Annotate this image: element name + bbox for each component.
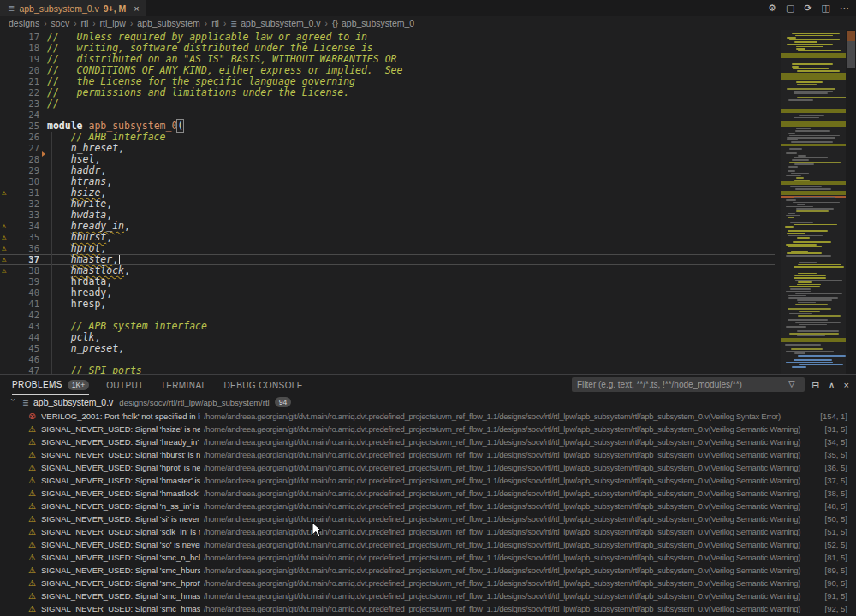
editor-scrollbar[interactable] — [846, 30, 856, 374]
more-actions-icon[interactable]: ⋯ — [840, 3, 849, 14]
line-number: 29 — [14, 165, 39, 176]
filter-funnel-icon[interactable]: ▽ — [788, 379, 795, 388]
line-number: 17 — [14, 32, 39, 43]
minimap-mark — [793, 68, 829, 70]
line-number: 40 — [14, 287, 39, 299]
problem-row[interactable]: ⚠SIGNAL_NEVER_USED: Signal 'hburst' is n… — [0, 448, 856, 461]
problem-row[interactable]: ⚠SIGNAL_NEVER_USED: Signal 'hready_in' i… — [0, 435, 856, 448]
minimap-mark — [788, 246, 822, 248]
code-line[interactable]: 41 hresp, — [0, 299, 775, 310]
breadcrumb-item[interactable]: designs — [9, 18, 39, 28]
minimap-highlight-band — [781, 191, 846, 195]
problem-row[interactable]: ⚠SIGNAL_NEVER_USED: Signal 'hprot' is ne… — [0, 461, 856, 474]
minimap-mark — [788, 213, 795, 215]
problem-row[interactable]: ⚠SIGNAL_NEVER_USED: Signal 'hmastlock' i… — [0, 487, 856, 500]
problem-row[interactable]: ⚠SIGNAL_NEVER_USED: Signal 'smc_n_hclk'.… — [0, 551, 856, 564]
code-editor[interactable]: 17// Unless required by applicable law o… — [0, 30, 856, 374]
close-panel-icon[interactable]: × — [844, 380, 849, 390]
code-line[interactable]: 27 n_hreset, — [0, 143, 775, 154]
minimap-mark — [788, 297, 838, 299]
breadcrumb-separator: › — [130, 19, 133, 28]
problem-row[interactable]: ⚠SIGNAL_NEVER_USED: Signal 'smc_hmastl..… — [0, 602, 856, 615]
breadcrumb-item[interactable]: rtl — [211, 18, 219, 28]
minimap-mark — [794, 197, 835, 198]
warning-icon: ⚠ — [0, 187, 14, 198]
problem-row[interactable]: ⚠SIGNAL_NEVER_USED: Signal 'smc_hburst'.… — [0, 564, 856, 577]
tab-filename: apb_subsystem_0.v — [19, 3, 98, 14]
breadcrumb-item[interactable]: ≣apb_subsystem_0.v — [230, 18, 320, 28]
breadcrumb-item[interactable]: rtl — [80, 18, 88, 28]
code-token: hresp, — [47, 298, 106, 310]
code-line[interactable]: 30 htrans, — [0, 176, 775, 187]
minimap-mark — [786, 255, 831, 257]
close-tab-icon[interactable]: × — [134, 3, 139, 14]
code-line[interactable]: 29 haddr, — [0, 165, 775, 176]
code-line[interactable]: ⚠31 hsize, — [0, 187, 775, 198]
minimap-mark — [794, 275, 826, 276]
minimap-mark — [797, 335, 824, 337]
problems-file-group[interactable]: › ≣ apb_subsystem_0.v designs/socv/rtl/r… — [0, 395, 856, 409]
problem-row[interactable]: ⚠SIGNAL_NEVER_USED: Signal 'smc_hprot' i… — [0, 577, 856, 589]
breadcrumb-item[interactable]: rtl_lpw — [100, 18, 126, 28]
tab-modified-badge: 9+, M — [104, 3, 127, 14]
problem-file-path: /home/andreea.georgian/git/dvt.main/ro.a… — [204, 501, 822, 511]
minimap-mark — [791, 141, 833, 143]
code-line[interactable]: 45 n_preset, — [0, 343, 775, 354]
breadcrumb-item[interactable]: {}apb_subsystem_0 — [332, 18, 414, 28]
minimap-mark — [786, 291, 811, 293]
layout-icon[interactable]: ▢ — [786, 3, 794, 14]
code-token: , — [106, 209, 112, 221]
chevron-up-icon[interactable]: ∧ — [829, 380, 835, 391]
breadcrumb-separator: › — [325, 19, 328, 28]
panel-tab-debug-console[interactable]: DEBUG CONSOLE — [223, 376, 302, 395]
code-line[interactable]: 28 hsel, — [0, 154, 775, 165]
minimap[interactable] — [781, 30, 846, 374]
code-line[interactable]: 40 hready, — [0, 287, 775, 299]
code-line[interactable]: 32 hwrite, — [0, 198, 775, 210]
problem-row[interactable]: ⚠SIGNAL_NEVER_USED: Signal 'n_ss_in' is … — [0, 500, 856, 512]
minimap-mark — [794, 157, 828, 159]
editor-tab[interactable]: ≣ apb_subsystem_0.v 9+, M × — [0, 0, 146, 16]
code-line[interactable]: 23//------------------------------------… — [0, 98, 775, 110]
panel-tab-problems[interactable]: PROBLEMS1K+ — [12, 376, 89, 395]
breadcrumb-item[interactable]: socv — [51, 18, 70, 28]
code-line[interactable]: 43 // APB system interface — [0, 321, 775, 332]
problem-location: [81, 5] — [825, 553, 847, 562]
code-line[interactable]: 47 // SPI ports — [0, 365, 775, 374]
minimap-mark — [794, 180, 810, 181]
minimap-mark — [795, 293, 842, 294]
collapse-all-icon[interactable]: ⊟ — [811, 380, 819, 391]
problem-row[interactable]: ⚠SIGNAL_NEVER_USED: Signal 'hmaster' is … — [0, 474, 856, 487]
vscode-window: ≣ apb_subsystem_0.v 9+, M × ⚙▢⟳◫⋯ design… — [0, 0, 856, 616]
breadcrumb-item[interactable]: apb_subsystem — [137, 18, 200, 28]
minimap-mark — [790, 288, 811, 290]
settings-gear-icon[interactable]: ⚙ — [768, 3, 776, 14]
warning-icon: ⚠ — [28, 435, 41, 448]
code-line[interactable]: ⚠38 hmastlock, — [0, 265, 775, 276]
problem-row[interactable]: ⊗VERILOG_2001: Port 'hclk' not specified… — [0, 410, 856, 423]
line-number: 23 — [14, 98, 39, 110]
file-icon: ≣ — [230, 19, 237, 28]
minimap-mark — [794, 359, 833, 361]
split-editor-icon[interactable]: ◫ — [822, 3, 830, 14]
error-icon: ⊗ — [28, 410, 41, 423]
minimap-mark — [786, 152, 797, 154]
problem-location: [92, 5] — [825, 604, 847, 613]
panel-tab-terminal[interactable]: TERMINAL — [161, 376, 207, 395]
chevron-down-icon[interactable]: › — [9, 398, 18, 406]
problem-location: [52, 5] — [825, 540, 847, 549]
problem-row[interactable]: ⚠SIGNAL_NEVER_USED: Signal 'hsize' is ne… — [0, 423, 856, 435]
problem-row[interactable]: ⚠SIGNAL_NEVER_USED: Signal 'sclk_in' is … — [0, 525, 856, 538]
code-line[interactable]: ⚠34 hready_in, — [0, 221, 775, 232]
problem-row[interactable]: ⚠SIGNAL_NEVER_USED: Signal 'si' is never… — [0, 512, 856, 525]
problem-row[interactable]: ⚠SIGNAL_NEVER_USED: Signal 'smc_hmast...… — [0, 589, 856, 602]
bottom-panel: PROBLEMS1K+OUTPUTTERMINALDEBUG CONSOLE ▽… — [0, 374, 856, 616]
open-changes-icon[interactable]: ⟳ — [804, 3, 811, 14]
problem-row[interactable]: ⚠SIGNAL_NEVER_USED: Signal 'so' is never… — [0, 538, 856, 551]
panel-tab-output[interactable]: OUTPUT — [106, 376, 144, 395]
code-line[interactable]: 39 hrdata, — [0, 276, 775, 287]
warning-icon: ⚠ — [28, 551, 41, 564]
code-line[interactable]: ⚠35 hburst, — [0, 232, 775, 243]
minimap-mark — [799, 115, 824, 116]
problems-filter-input[interactable] — [572, 377, 805, 392]
